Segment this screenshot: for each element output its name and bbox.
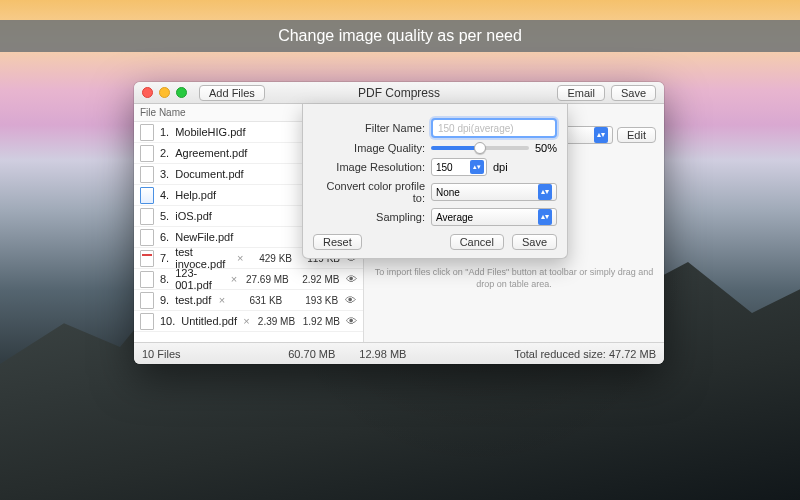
sampling-value: Average <box>436 212 473 223</box>
file-name: Untitled.pdf <box>181 315 237 327</box>
app-window: Add Files PDF Compress Email Save File N… <box>134 82 664 364</box>
remove-icon[interactable]: × <box>236 252 244 264</box>
color-profile-value: None <box>436 187 460 198</box>
status-bar: 10 Files 60.70 MB 12.98 MB Total reduced… <box>134 342 664 364</box>
file-row[interactable]: 9.test.pdf×631 KB193 KB👁 <box>134 290 363 311</box>
quality-slider[interactable] <box>431 146 529 150</box>
file-index: 1. <box>160 126 169 138</box>
label-image-resolution: Image Resolution: <box>313 161 425 173</box>
file-index: 10. <box>160 315 175 327</box>
label-color-profile: Convert color profile to: <box>313 180 425 204</box>
file-name: Agreement.pdf <box>175 147 247 159</box>
orig-size: 27.69 MB <box>244 274 289 285</box>
slider-thumb[interactable] <box>474 142 486 154</box>
chevron-updown-icon: ▴▾ <box>470 160 484 174</box>
preview-icon[interactable]: 👁 <box>346 315 357 327</box>
label-filter-name: Filter Name: <box>313 122 425 134</box>
file-name: Help.pdf <box>175 189 216 201</box>
preview-icon[interactable]: 👁 <box>345 273 357 285</box>
cancel-button[interactable]: Cancel <box>450 234 504 250</box>
summary-text: Total reduced size: 47.72 MB <box>514 348 656 360</box>
resolution-unit: dpi <box>493 161 508 173</box>
total-reduced: 12.98 MB <box>359 348 406 360</box>
chevron-updown-icon: ▴▾ <box>538 184 552 200</box>
color-profile-select[interactable]: None ▴▾ <box>431 183 557 201</box>
minimize-icon[interactable] <box>159 87 170 98</box>
add-files-button[interactable]: Add Files <box>199 85 265 101</box>
close-icon[interactable] <box>142 87 153 98</box>
remove-icon[interactable]: × <box>230 273 238 285</box>
chevron-updown-icon: ▴▾ <box>538 209 552 225</box>
orig-size: 2.39 MB <box>256 316 295 327</box>
file-index: 7. <box>160 252 169 264</box>
save-button[interactable]: Save <box>611 85 656 101</box>
sampling-select[interactable]: Average ▴▾ <box>431 208 557 226</box>
zoom-icon[interactable] <box>176 87 187 98</box>
filter-settings-sheet: Filter Name: 150 dpi(average) Image Qual… <box>302 104 568 259</box>
orig-size: 429 KB <box>250 253 292 264</box>
file-index: 6. <box>160 231 169 243</box>
email-button[interactable]: Email <box>557 85 605 101</box>
file-index: 5. <box>160 210 169 222</box>
titlebar: Add Files PDF Compress Email Save <box>134 82 664 104</box>
file-name: test.pdf <box>175 294 211 306</box>
file-index: 9. <box>160 294 169 306</box>
file-index: 2. <box>160 147 169 159</box>
file-index: 8. <box>160 273 169 285</box>
reduced-size: 2.92 MB <box>295 274 340 285</box>
resolution-stepper[interactable]: 150 ▴▾ <box>431 158 487 176</box>
orig-size: 631 KB <box>232 295 282 306</box>
resolution-value: 150 <box>436 162 453 173</box>
file-index: 4. <box>160 189 169 201</box>
file-name: 123-001.pdf <box>175 267 224 291</box>
promo-banner: Change image quality as per need <box>0 20 800 52</box>
quality-percent: 50% <box>535 142 557 154</box>
total-original: 60.70 MB <box>288 348 335 360</box>
file-name: NewFile.pdf <box>175 231 233 243</box>
remove-icon[interactable]: × <box>217 294 226 306</box>
import-hint: To import files click on "Add Files" but… <box>372 267 656 290</box>
file-name: iOS.pdf <box>175 210 212 222</box>
sheet-save-button[interactable]: Save <box>512 234 557 250</box>
reduced-size: 1.92 MB <box>301 316 340 327</box>
file-row[interactable]: 8.123-001.pdf×27.69 MB2.92 MB👁 <box>134 269 363 290</box>
label-sampling: Sampling: <box>313 211 425 223</box>
reset-button[interactable]: Reset <box>313 234 362 250</box>
reduced-size: 193 KB <box>288 295 338 306</box>
file-index: 3. <box>160 168 169 180</box>
edit-quality-button[interactable]: Edit <box>617 127 656 143</box>
file-row[interactable]: 10.Untitled.pdf×2.39 MB1.92 MB👁 <box>134 311 363 332</box>
file-name: Document.pdf <box>175 168 243 180</box>
preview-icon[interactable]: 👁 <box>344 294 357 306</box>
file-count: 10 Files <box>142 348 181 360</box>
chevron-updown-icon: ▴▾ <box>594 127 608 143</box>
file-name: MobileHIG.pdf <box>175 126 245 138</box>
label-image-quality: Image Quality: <box>313 142 425 154</box>
filter-name-input[interactable]: 150 dpi(average) <box>431 118 557 138</box>
remove-icon[interactable]: × <box>243 315 250 327</box>
